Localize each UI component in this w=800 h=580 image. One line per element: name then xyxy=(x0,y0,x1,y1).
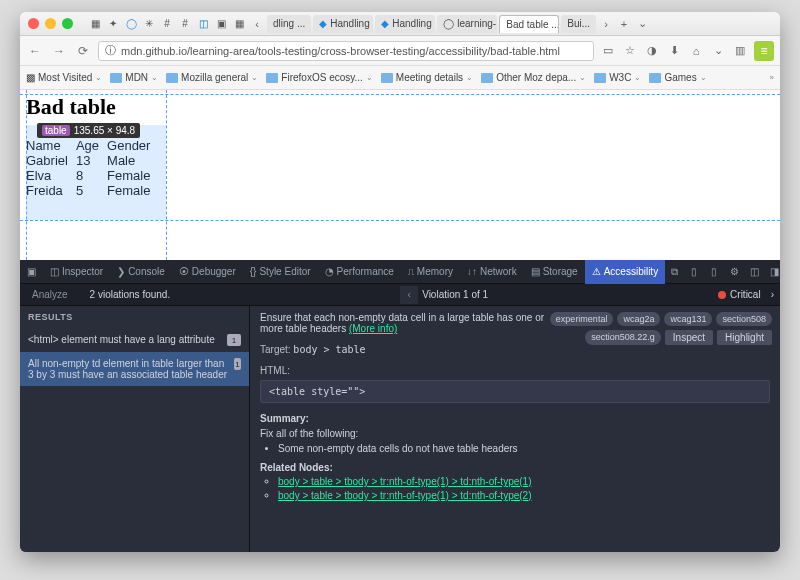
inspect-button[interactable]: Inspect xyxy=(665,330,713,345)
nav-forward-button[interactable]: → xyxy=(50,42,68,60)
bookmarks-toolbar: ▩ Most Visited⌄ MDN⌄ Mozilla general⌄ Fi… xyxy=(20,66,780,90)
reader-icon[interactable]: ▭ xyxy=(600,43,616,59)
library-icon[interactable]: ▥ xyxy=(732,43,748,59)
results-sidebar: RESULTS <html> element must have a lang … xyxy=(20,306,250,552)
download-icon[interactable]: ⬇ xyxy=(666,43,682,59)
nav-back-button[interactable]: ← xyxy=(26,42,44,60)
tag-group: experimental wcag2a wcag131 section508 s… xyxy=(542,312,772,345)
inspector-tooltip: table 135.65 × 94.8 xyxy=(37,123,140,138)
devtools-tab-debugger[interactable]: ⦿Debugger xyxy=(172,260,243,284)
related-nodes-label: Related Nodes: xyxy=(260,462,770,473)
bookmark-item[interactable]: W3C⌄ xyxy=(594,72,641,83)
tab-back-button[interactable]: ‹ xyxy=(249,16,265,32)
url-actions: ▭ ☆ ◑ ⬇ ⌂ ⌄ ▥ xyxy=(600,43,748,59)
bookmark-item[interactable]: ▩ Most Visited⌄ xyxy=(26,72,102,83)
bookmark-item[interactable]: Meeting details⌄ xyxy=(381,72,473,83)
devtools-tab-accessibility[interactable]: ⚠Accessibility xyxy=(585,260,665,284)
menu-button[interactable]: ≡ xyxy=(754,41,774,61)
bookmarks-overflow-button[interactable]: » xyxy=(770,73,774,82)
close-window-button[interactable] xyxy=(28,18,39,29)
new-tab-button[interactable]: + xyxy=(616,16,632,32)
tab-favicon: # xyxy=(177,16,193,32)
bookmark-item[interactable]: Other Moz depa...⌄ xyxy=(481,72,586,83)
devtools-tab-performance[interactable]: ◔Performance xyxy=(318,260,401,284)
violation-position: Violation 1 of 1 xyxy=(422,289,488,300)
browser-tab-active[interactable]: Bad table ...× xyxy=(499,15,559,33)
device-icon[interactable]: ▯ xyxy=(685,263,703,281)
tab-favicon: ✳ xyxy=(141,16,157,32)
summary-label: Summary: xyxy=(260,413,770,424)
page-content: Bad table table 135.65 × 94.8 NameAgeGen… xyxy=(20,90,780,260)
result-detail: experimental wcag2a wcag131 section508 s… xyxy=(250,306,780,552)
fix-item: Some non-empty data cells do not have ta… xyxy=(278,443,770,454)
dock-side-icon[interactable]: ◨ xyxy=(765,263,780,281)
maximize-window-button[interactable] xyxy=(62,18,73,29)
devtools-tab-memory[interactable]: ⎍Memory xyxy=(401,260,460,284)
html-snippet: <table style=""> xyxy=(260,380,770,403)
violations-count: 2 violations found. xyxy=(80,289,181,300)
browser-tab[interactable]: Bui... xyxy=(561,15,596,33)
html-label: HTML: xyxy=(260,365,770,376)
result-item-selected[interactable]: All non-empty td element in table larger… xyxy=(20,352,249,386)
related-node-link[interactable]: body > table > tbody > tr:nth-of-type(1)… xyxy=(278,490,531,501)
more-info-link[interactable]: (More info) xyxy=(349,323,397,334)
url-text: mdn.github.io/learning-area/tools-testin… xyxy=(121,45,560,57)
next-violation-button[interactable]: › xyxy=(771,289,774,300)
minimize-window-button[interactable] xyxy=(45,18,56,29)
tag-pill: section508 xyxy=(716,312,772,326)
browser-tab[interactable]: ◆Handling ... xyxy=(375,15,435,33)
info-icon[interactable]: ⓘ xyxy=(105,43,116,58)
account-icon[interactable]: ◑ xyxy=(644,43,660,59)
browser-tab[interactable]: dling ... xyxy=(267,15,311,33)
url-input[interactable]: ⓘ mdn.github.io/learning-area/tools-test… xyxy=(98,41,594,61)
pocket-icon[interactable]: ⌄ xyxy=(710,43,726,59)
settings-icon[interactable]: ⚙ xyxy=(725,263,743,281)
tab-favicon: ▦ xyxy=(87,16,103,32)
browser-window: ▦ ✦ ◯ ✳ # # ◫ ▣ ▦ ‹ dling ... ◆Handling … xyxy=(20,12,780,552)
browser-tab[interactable]: ◯learning-... xyxy=(437,15,497,33)
analyze-button[interactable]: Analyze xyxy=(20,289,80,300)
dock-icon[interactable]: ◫ xyxy=(745,263,763,281)
results-header: RESULTS xyxy=(20,306,249,328)
target-label: Target: xyxy=(260,344,291,355)
tab-favicon: ▣ xyxy=(213,16,229,32)
devtools-panel: ▣ ◫Inspector ❯Console ⦿Debugger {}Style … xyxy=(20,260,780,552)
tag-pill: section508.22.g xyxy=(585,330,661,345)
browser-tab[interactable]: ◆Handling ... xyxy=(313,15,373,33)
tab-forward-button[interactable]: › xyxy=(598,16,614,32)
related-node-link[interactable]: body > table > tbody > tr:nth-of-type(1)… xyxy=(278,476,531,487)
responsive-mode-icon[interactable]: ⧉ xyxy=(665,263,683,281)
traffic-lights xyxy=(28,18,73,29)
tag-pill: experimental xyxy=(550,312,614,326)
critical-dot-icon xyxy=(718,291,726,299)
highlight-button[interactable]: Highlight xyxy=(717,330,772,345)
devtools-tab-style-editor[interactable]: {}Style Editor xyxy=(243,260,318,284)
url-bar-row: ← → ⟳ ⓘ mdn.github.io/learning-area/tool… xyxy=(20,36,780,66)
device-icon[interactable]: ▯ xyxy=(705,263,723,281)
severity-indicator: Critical xyxy=(708,289,771,300)
iframe-picker-button[interactable]: ▣ xyxy=(20,260,43,284)
devtools-tabs: ▣ ◫Inspector ❯Console ⦿Debugger {}Style … xyxy=(20,260,780,284)
devtools-tab-network[interactable]: ↓↑Network xyxy=(460,260,524,284)
tab-strip: ▦ ✦ ◯ ✳ # # ◫ ▣ ▦ ‹ dling ... ◆Handling … xyxy=(87,15,772,33)
devtools-tab-inspector[interactable]: ◫Inspector xyxy=(43,260,110,284)
tab-favicon: ◯ xyxy=(123,16,139,32)
prev-violation-button[interactable]: ‹ xyxy=(400,286,418,304)
result-item[interactable]: <html> element must have a lang attribut… xyxy=(20,328,249,352)
bookmark-item[interactable]: Games⌄ xyxy=(649,72,706,83)
tab-favicon: # xyxy=(159,16,175,32)
titlebar: ▦ ✦ ◯ ✳ # # ◫ ▣ ▦ ‹ dling ... ◆Handling … xyxy=(20,12,780,36)
devtools-tab-storage[interactable]: ▤Storage xyxy=(524,260,585,284)
violation-description: Ensure that each non-empty data cell in … xyxy=(260,312,560,334)
bookmark-item[interactable]: Mozilla general⌄ xyxy=(166,72,258,83)
star-icon[interactable]: ☆ xyxy=(622,43,638,59)
tag-pill: wcag131 xyxy=(664,312,712,326)
bookmark-item[interactable]: FirefoxOS ecosy...⌄ xyxy=(266,72,373,83)
home-icon[interactable]: ⌂ xyxy=(688,43,704,59)
devtools-tab-console[interactable]: ❯Console xyxy=(110,260,172,284)
count-badge: 1 xyxy=(227,334,241,346)
tab-list-button[interactable]: ⌄ xyxy=(634,16,650,32)
reload-button[interactable]: ⟳ xyxy=(74,42,92,60)
devtools-subbar: Analyze 2 violations found. ‹ Violation … xyxy=(20,284,780,306)
bookmark-item[interactable]: MDN⌄ xyxy=(110,72,158,83)
